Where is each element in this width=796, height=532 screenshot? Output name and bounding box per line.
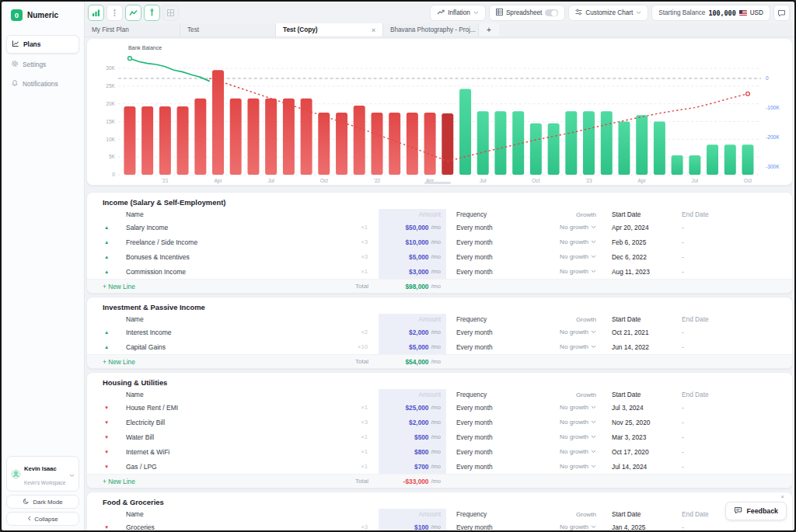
tab-bhavana-photography-proj[interactable]: Bhavana Photography - Proj... (383, 23, 479, 37)
row-end-date[interactable]: - (678, 463, 792, 471)
app-logo[interactable]: 0 Numeric (2, 2, 84, 24)
feedback-close-icon[interactable]: × (780, 493, 784, 500)
row-name[interactable]: Interest Income (123, 329, 355, 336)
row-name[interactable]: Electricity Bill (123, 419, 355, 426)
row-start-date[interactable]: Jun 14, 2022 (596, 343, 678, 351)
row-start-date[interactable]: Oct 21, 2021 (596, 329, 678, 336)
table-row[interactable]: ▲ Bonuses & Incentives ×3 $5,000/mo Ever… (87, 249, 792, 264)
row-growth-dropdown[interactable]: No growth (546, 253, 596, 260)
feedback-button[interactable]: Feedback (725, 502, 787, 520)
row-name[interactable]: Salary Income (123, 224, 355, 231)
bar-chart-view-button[interactable] (88, 5, 104, 21)
new-line-button[interactable]: + New Line (103, 358, 355, 366)
cashflow-chart[interactable]: Bank Balance05K10K15K20K25K30K0-100K-200… (87, 39, 792, 185)
milestones-view-button[interactable] (144, 5, 160, 21)
new-line-button[interactable]: + New Line (103, 478, 355, 485)
row-frequency[interactable]: Every month (446, 253, 546, 261)
row-end-date[interactable]: - (678, 343, 792, 351)
row-multiplier[interactable]: ×10 (355, 343, 379, 350)
row-frequency[interactable]: Every month (446, 224, 546, 231)
table-view-button[interactable] (162, 5, 179, 21)
row-amount[interactable]: $2,000/mo (379, 325, 446, 339)
row-growth-dropdown[interactable]: No growth (546, 433, 596, 440)
table-row[interactable]: ▲ Capital Gains ×10 $5,000/mo Every mont… (87, 339, 792, 354)
table-row[interactable]: ▼ Gas / LPG ×1 $700/mo Every month No gr… (87, 459, 792, 474)
row-start-date[interactable]: Nov 25, 2020 (596, 419, 678, 426)
line-chart-view-button[interactable] (125, 5, 141, 21)
spreadsheet-pill[interactable]: Spreadsheet (489, 5, 565, 21)
tab-my-first-plan[interactable]: My First Plan (85, 23, 180, 37)
row-frequency[interactable]: Every month (446, 343, 546, 351)
row-amount[interactable]: $25,000/mo (379, 400, 446, 415)
table-row[interactable]: ▼ House Rent / EMI ×1 $25,000/mo Every m… (87, 400, 792, 415)
row-name[interactable]: Groceries (123, 523, 355, 531)
row-start-date[interactable]: Feb 6, 2025 (596, 238, 678, 246)
inflation-dropdown[interactable]: Inflation (430, 5, 486, 21)
user-card[interactable]: Kevin Isaac Kevin's Workspace (6, 456, 79, 492)
row-multiplier[interactable]: ×3 (355, 238, 379, 245)
row-multiplier[interactable]: ×1 (355, 224, 379, 231)
row-start-date[interactable]: Mar 3, 2023 (596, 433, 678, 441)
customize-chart-dropdown[interactable]: Customize Chart (568, 5, 648, 21)
row-end-date[interactable]: - (678, 433, 792, 441)
row-multiplier[interactable]: ×3 (355, 419, 379, 426)
row-start-date[interactable]: Jul 3, 2024 (596, 404, 678, 412)
tab-test[interactable]: Test (180, 23, 276, 37)
row-amount[interactable]: $700/mo (379, 459, 446, 474)
row-amount[interactable]: $5,000/mo (379, 339, 446, 354)
row-multiplier[interactable]: ×3 (355, 253, 379, 260)
table-row[interactable]: ▲ Commission Income ×1 $3,000/mo Every m… (87, 264, 792, 279)
row-amount[interactable]: $3,000/mo (379, 264, 446, 279)
row-amount[interactable]: $500/mo (379, 429, 446, 444)
row-end-date[interactable]: - (678, 268, 792, 276)
tab-close-icon[interactable]: × (367, 26, 375, 34)
sidebar-item-plans[interactable]: Plans (6, 35, 79, 54)
table-row[interactable]: ▲ Interest Income ×2 $2,000/mo Every mon… (87, 325, 792, 339)
row-start-date[interactable]: Jan 4, 2025 (596, 523, 678, 531)
row-start-date[interactable]: Aug 11, 2023 (596, 268, 678, 276)
row-growth-dropdown[interactable]: No growth (546, 419, 596, 426)
chart-scrollbar-thumb[interactable] (424, 182, 451, 184)
table-row[interactable]: ▼ Internet & WiFi ×1 $800/mo Every month… (87, 444, 792, 459)
new-line-button[interactable]: + New Line (103, 283, 355, 290)
table-row[interactable]: ▼ Groceries ×3 $100/mo Every month No gr… (87, 520, 792, 530)
row-name[interactable]: Freelance / Side Income (123, 238, 355, 246)
row-amount[interactable]: $800/mo (379, 444, 446, 459)
collapse-button[interactable]: Collapse (6, 512, 79, 526)
comments-button[interactable] (773, 5, 790, 21)
row-multiplier[interactable]: ×1 (355, 268, 379, 275)
add-plan-tab-button[interactable]: + (479, 23, 499, 37)
row-frequency[interactable]: Every month (446, 463, 546, 471)
row-start-date[interactable]: Apr 20, 2024 (596, 224, 678, 231)
row-end-date[interactable]: - (678, 404, 792, 412)
dark-mode-button[interactable]: Dark Mode (6, 495, 79, 509)
row-amount[interactable]: $2,000/mo (379, 415, 446, 429)
row-growth-dropdown[interactable]: No growth (546, 268, 596, 275)
sidebar-item-settings[interactable]: Settings (6, 56, 79, 73)
row-start-date[interactable]: Oct 17, 2020 (596, 448, 678, 456)
row-frequency[interactable]: Every month (446, 419, 546, 426)
row-growth-dropdown[interactable]: No growth (546, 404, 596, 411)
row-end-date[interactable]: - (678, 448, 792, 456)
row-end-date[interactable]: - (678, 238, 792, 246)
row-frequency[interactable]: Every month (446, 404, 546, 412)
spreadsheet-toggle[interactable] (545, 9, 558, 17)
row-name[interactable]: Gas / LPG (123, 463, 355, 471)
row-amount[interactable]: $5,000/mo (379, 249, 446, 264)
row-growth-dropdown[interactable]: No growth (546, 224, 596, 231)
row-growth-dropdown[interactable]: No growth (546, 463, 596, 470)
row-frequency[interactable]: Every month (446, 268, 546, 276)
row-amount[interactable]: $100/mo (379, 520, 446, 530)
row-growth-dropdown[interactable]: No growth (546, 523, 596, 530)
waterfall-view-button[interactable] (106, 5, 123, 21)
row-name[interactable]: Internet & WiFi (123, 448, 355, 456)
row-amount[interactable]: $50,000/mo (379, 220, 446, 235)
row-end-date[interactable]: - (678, 224, 792, 231)
row-start-date[interactable]: Jul 14, 2024 (596, 463, 678, 471)
row-multiplier[interactable]: ×1 (355, 463, 379, 470)
row-multiplier[interactable]: ×2 (355, 329, 379, 336)
row-name[interactable]: Capital Gains (123, 343, 355, 351)
row-growth-dropdown[interactable]: No growth (546, 238, 596, 245)
row-growth-dropdown[interactable]: No growth (546, 343, 596, 350)
table-row[interactable]: ▲ Freelance / Side Income ×3 $10,000/mo … (87, 235, 792, 249)
